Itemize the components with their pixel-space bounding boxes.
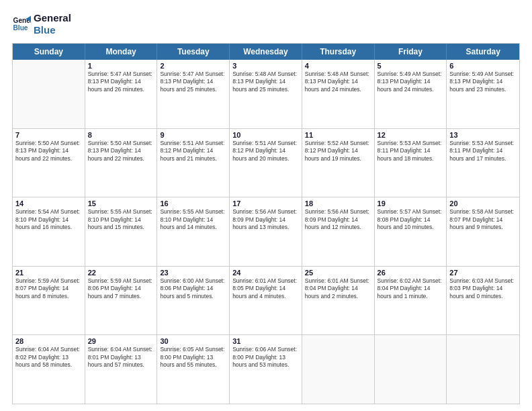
day-cell-29: 29Sunrise: 6:04 AM Sunset: 8:01 PM Dayli… — [85, 335, 158, 404]
calendar-header: SundayMondayTuesdayWednesdayThursdayFrid… — [13, 44, 519, 60]
day-number: 7 — [15, 131, 82, 139]
empty-cell — [375, 335, 447, 404]
week-row-1: 1Sunrise: 5:47 AM Sunset: 8:13 PM Daylig… — [13, 60, 519, 128]
day-number: 9 — [160, 131, 226, 139]
day-cell-7: 7Sunrise: 5:50 AM Sunset: 8:13 PM Daylig… — [13, 129, 85, 197]
day-info: Sunrise: 6:01 AM Sunset: 8:05 PM Dayligh… — [232, 277, 299, 300]
day-number: 24 — [232, 269, 299, 277]
day-cell-8: 8Sunrise: 5:50 AM Sunset: 8:13 PM Daylig… — [85, 129, 158, 197]
day-cell-21: 21Sunrise: 5:59 AM Sunset: 8:07 PM Dayli… — [13, 267, 85, 335]
day-cell-12: 12Sunrise: 5:53 AM Sunset: 8:11 PM Dayli… — [375, 129, 447, 197]
day-number: 27 — [449, 269, 517, 277]
day-number: 19 — [378, 199, 444, 208]
day-cell-9: 9Sunrise: 5:51 AM Sunset: 8:12 PM Daylig… — [157, 129, 230, 197]
day-cell-3: 3Sunrise: 5:48 AM Sunset: 8:13 PM Daylig… — [230, 60, 302, 128]
header-day-monday: Monday — [85, 44, 158, 60]
day-number: 23 — [160, 269, 226, 277]
day-cell-19: 19Sunrise: 5:57 AM Sunset: 8:08 PM Dayli… — [375, 197, 447, 266]
logo: General Blue General Blue — [12, 12, 71, 36]
day-cell-10: 10Sunrise: 5:51 AM Sunset: 8:12 PM Dayli… — [230, 129, 302, 197]
day-info: Sunrise: 6:02 AM Sunset: 8:04 PM Dayligh… — [378, 277, 444, 300]
calendar: SundayMondayTuesdayWednesdayThursdayFrid… — [12, 43, 520, 404]
day-info: Sunrise: 6:05 AM Sunset: 8:00 PM Dayligh… — [160, 346, 226, 369]
header-day-thursday: Thursday — [302, 44, 375, 60]
day-number: 5 — [378, 62, 444, 70]
day-number: 10 — [232, 131, 299, 139]
day-info: Sunrise: 5:49 AM Sunset: 8:13 PM Dayligh… — [449, 71, 517, 93]
day-number: 12 — [378, 131, 444, 139]
day-info: Sunrise: 5:49 AM Sunset: 8:13 PM Dayligh… — [378, 71, 444, 93]
day-cell-28: 28Sunrise: 6:04 AM Sunset: 8:02 PM Dayli… — [13, 335, 85, 404]
day-info: Sunrise: 5:59 AM Sunset: 8:06 PM Dayligh… — [88, 277, 154, 300]
day-number: 15 — [88, 199, 154, 208]
page-header: General Blue General Blue — [12, 12, 520, 36]
header-day-friday: Friday — [375, 44, 447, 60]
day-number: 14 — [15, 199, 82, 208]
day-number: 28 — [15, 337, 82, 345]
day-number: 13 — [449, 131, 517, 139]
day-cell-23: 23Sunrise: 6:00 AM Sunset: 8:06 PM Dayli… — [157, 267, 230, 335]
week-row-4: 21Sunrise: 5:59 AM Sunset: 8:07 PM Dayli… — [13, 266, 519, 335]
day-cell-18: 18Sunrise: 5:56 AM Sunset: 8:09 PM Dayli… — [302, 197, 375, 266]
day-cell-2: 2Sunrise: 5:47 AM Sunset: 8:13 PM Daylig… — [157, 60, 230, 128]
day-info: Sunrise: 5:51 AM Sunset: 8:12 PM Dayligh… — [160, 140, 226, 163]
day-info: Sunrise: 5:58 AM Sunset: 8:07 PM Dayligh… — [449, 208, 517, 231]
day-info: Sunrise: 5:57 AM Sunset: 8:08 PM Dayligh… — [378, 208, 444, 231]
day-info: Sunrise: 5:50 AM Sunset: 8:13 PM Dayligh… — [88, 140, 154, 163]
day-info: Sunrise: 5:48 AM Sunset: 8:13 PM Dayligh… — [232, 71, 299, 93]
calendar-page: General Blue General Blue SundayMondayTu… — [0, 0, 532, 411]
day-number: 21 — [15, 269, 82, 277]
header-day-wednesday: Wednesday — [230, 44, 302, 60]
day-info: Sunrise: 5:53 AM Sunset: 8:11 PM Dayligh… — [449, 140, 517, 163]
day-number: 20 — [449, 199, 517, 208]
day-number: 3 — [232, 62, 299, 70]
day-number: 6 — [449, 62, 517, 70]
empty-cell — [13, 60, 85, 128]
logo-icon: General Blue — [12, 15, 31, 34]
day-info: Sunrise: 5:56 AM Sunset: 8:09 PM Dayligh… — [232, 208, 299, 231]
day-number: 29 — [88, 337, 154, 345]
header-day-saturday: Saturday — [447, 44, 519, 60]
day-number: 18 — [305, 199, 371, 208]
logo-text: General Blue — [34, 12, 71, 36]
day-cell-22: 22Sunrise: 5:59 AM Sunset: 8:06 PM Dayli… — [85, 267, 158, 335]
day-cell-27: 27Sunrise: 6:03 AM Sunset: 8:03 PM Dayli… — [447, 267, 519, 335]
day-cell-31: 31Sunrise: 6:06 AM Sunset: 8:00 PM Dayli… — [230, 335, 302, 404]
day-info: Sunrise: 5:48 AM Sunset: 8:13 PM Dayligh… — [305, 71, 371, 93]
day-cell-20: 20Sunrise: 5:58 AM Sunset: 8:07 PM Dayli… — [447, 197, 519, 266]
day-info: Sunrise: 5:55 AM Sunset: 8:10 PM Dayligh… — [160, 208, 226, 231]
header-day-sunday: Sunday — [13, 44, 85, 60]
day-cell-4: 4Sunrise: 5:48 AM Sunset: 8:13 PM Daylig… — [302, 60, 375, 128]
empty-cell — [302, 335, 375, 404]
week-row-3: 14Sunrise: 5:54 AM Sunset: 8:10 PM Dayli… — [13, 197, 519, 266]
day-info: Sunrise: 5:54 AM Sunset: 8:10 PM Dayligh… — [15, 208, 82, 231]
day-number: 22 — [88, 269, 154, 277]
day-number: 26 — [378, 269, 444, 277]
empty-cell — [447, 335, 519, 404]
day-info: Sunrise: 5:52 AM Sunset: 8:12 PM Dayligh… — [305, 140, 371, 163]
day-cell-24: 24Sunrise: 6:01 AM Sunset: 8:05 PM Dayli… — [230, 267, 302, 335]
day-info: Sunrise: 6:04 AM Sunset: 8:02 PM Dayligh… — [15, 346, 82, 369]
day-info: Sunrise: 6:04 AM Sunset: 8:01 PM Dayligh… — [88, 346, 154, 369]
day-info: Sunrise: 5:51 AM Sunset: 8:12 PM Dayligh… — [232, 140, 299, 163]
week-row-2: 7Sunrise: 5:50 AM Sunset: 8:13 PM Daylig… — [13, 128, 519, 197]
svg-text:Blue: Blue — [13, 24, 28, 32]
day-number: 1 — [88, 62, 154, 70]
day-cell-26: 26Sunrise: 6:02 AM Sunset: 8:04 PM Dayli… — [375, 267, 447, 335]
day-cell-14: 14Sunrise: 5:54 AM Sunset: 8:10 PM Dayli… — [13, 197, 85, 266]
day-info: Sunrise: 5:59 AM Sunset: 8:07 PM Dayligh… — [15, 277, 82, 300]
week-row-5: 28Sunrise: 6:04 AM Sunset: 8:02 PM Dayli… — [13, 334, 519, 404]
day-info: Sunrise: 5:50 AM Sunset: 8:13 PM Dayligh… — [15, 140, 82, 163]
day-cell-5: 5Sunrise: 5:49 AM Sunset: 8:13 PM Daylig… — [375, 60, 447, 128]
day-cell-6: 6Sunrise: 5:49 AM Sunset: 8:13 PM Daylig… — [447, 60, 519, 128]
day-cell-13: 13Sunrise: 5:53 AM Sunset: 8:11 PM Dayli… — [447, 129, 519, 197]
day-number: 8 — [88, 131, 154, 139]
calendar-body: 1Sunrise: 5:47 AM Sunset: 8:13 PM Daylig… — [13, 60, 519, 404]
day-number: 4 — [305, 62, 371, 70]
header-day-tuesday: Tuesday — [157, 44, 230, 60]
day-number: 31 — [232, 337, 299, 345]
day-info: Sunrise: 6:00 AM Sunset: 8:06 PM Dayligh… — [160, 277, 226, 300]
day-info: Sunrise: 6:06 AM Sunset: 8:00 PM Dayligh… — [232, 346, 299, 369]
day-cell-15: 15Sunrise: 5:55 AM Sunset: 8:10 PM Dayli… — [85, 197, 158, 266]
day-cell-30: 30Sunrise: 6:05 AM Sunset: 8:00 PM Dayli… — [157, 335, 230, 404]
